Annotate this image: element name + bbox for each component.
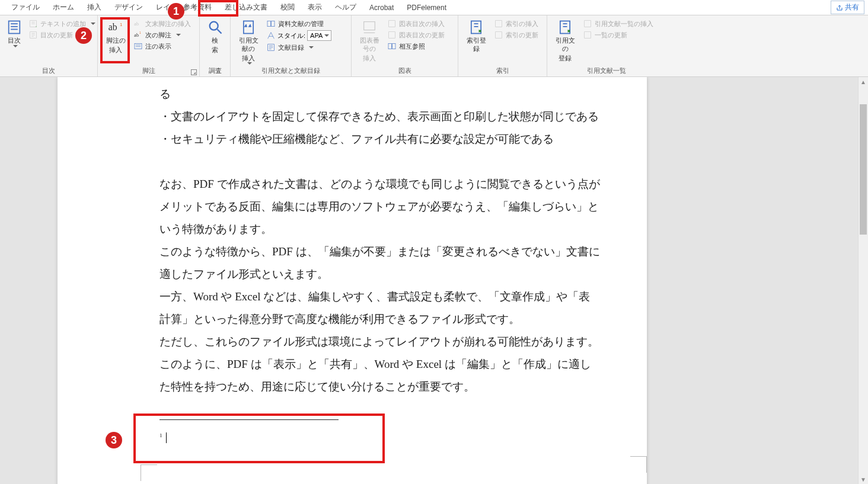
- tab-insert[interactable]: 挿入: [81, 0, 108, 15]
- footnotes-dialog-launcher[interactable]: [191, 69, 197, 75]
- mark-index-icon: [468, 19, 484, 36]
- vertical-scrollbar[interactable]: ▲ ▼: [858, 77, 868, 484]
- update-index-icon: [494, 30, 503, 40]
- insert-table-figures-button[interactable]: 図表目次の挿入: [387, 19, 445, 28]
- show-notes-label: 注の表示: [145, 42, 171, 51]
- style-select[interactable]: APA: [307, 30, 331, 41]
- group-index-label: 索引: [462, 66, 543, 76]
- annotation-num-2: 2: [75, 27, 92, 44]
- tab-review[interactable]: 校閲: [274, 0, 301, 15]
- svg-rect-25: [389, 21, 395, 27]
- svg-rect-16: [244, 21, 253, 34]
- group-toc-label: 目次: [4, 66, 94, 76]
- scroll-thumb[interactable]: [860, 104, 867, 235]
- update-toa-button[interactable]: 一覧の更新: [583, 30, 653, 40]
- insert-index-label: 索引の挿入: [506, 20, 538, 28]
- toc-button[interactable]: 目次: [4, 17, 25, 47]
- update-toa-label: 一覧の更新: [595, 31, 627, 40]
- next-footnote-label: 次の脚注: [145, 31, 171, 40]
- group-research: 検 索 調査: [200, 15, 231, 76]
- update-toa-icon: [583, 30, 592, 40]
- line: ただし、これらのファイル形式は環境によってレイアウトが崩れる可能性があります。: [159, 331, 601, 353]
- group-index: 索引登録 索引の挿入 索引の更新 索引: [458, 15, 547, 76]
- group-authorities-label: 引用文献一覧: [551, 66, 662, 76]
- mark-citation-button[interactable]: 引用文の 登録: [551, 17, 579, 62]
- insert-endnote-label: 文末脚注の挿入: [145, 20, 191, 28]
- search-label1: 検: [212, 37, 218, 45]
- tab-design[interactable]: デザイン: [108, 0, 149, 15]
- manage-sources-button[interactable]: 資料文献の管理: [266, 19, 331, 28]
- insert-caption-icon: [361, 19, 378, 36]
- tab-acrobat[interactable]: Acrobat: [363, 1, 400, 14]
- line: 一方、Word や Excel などは、編集しやすく、書式設定も柔軟で、「文章作…: [159, 286, 601, 331]
- page[interactable]: る ・文書のレイアウトを固定して保存できるため、表示画面と印刷した状態が同じであ…: [58, 77, 647, 484]
- search-icon: [207, 19, 224, 36]
- show-notes-button[interactable]: 注の表示: [133, 41, 191, 51]
- svg-rect-28: [392, 43, 395, 49]
- scroll-down-button[interactable]: ▼: [859, 475, 868, 484]
- footnote-number: 1: [159, 432, 162, 438]
- next-footnote-button[interactable]: ab1 次の脚注: [133, 30, 191, 40]
- update-table-figures-button[interactable]: 図表目次の更新: [387, 30, 445, 40]
- insert-citation-label1: 引用文献の: [237, 37, 260, 53]
- ribbon: 目次 テキストの追加 目次の更新 目次 ab1 脚注の 挿入: [0, 15, 868, 77]
- group-footnotes: ab1 脚注の 挿入 ab 文末脚注の挿入 ab1 次の脚注 注の表示: [98, 15, 200, 76]
- insert-caption-label1: 図表番号の: [358, 37, 381, 53]
- insert-citation-label2: 挿入: [242, 55, 255, 63]
- insert-citation-icon: [240, 19, 257, 36]
- line: このような特徴から、PDF は、「編集が不要」または「変更されるべきでない」文書…: [159, 241, 601, 286]
- tab-file[interactable]: ファイル: [5, 0, 46, 15]
- tab-home[interactable]: ホーム: [46, 0, 81, 15]
- search-button[interactable]: 検 索: [203, 17, 226, 55]
- svg-rect-18: [272, 21, 275, 26]
- svg-rect-17: [267, 21, 270, 26]
- insert-endnote-button[interactable]: ab 文末脚注の挿入: [133, 19, 191, 28]
- line: ・文書のレイアウトを固定して保存できるため、表示画面と印刷した状態が同じである: [159, 105, 601, 128]
- tab-view[interactable]: 表示: [301, 0, 328, 15]
- insert-footnote-icon: ab1: [107, 19, 124, 36]
- group-captions-label: 図表: [355, 66, 454, 76]
- toc-icon: [6, 19, 23, 36]
- manage-sources-label: 資料文献の管理: [278, 20, 324, 28]
- cross-reference-button[interactable]: 相互参照: [387, 41, 445, 51]
- update-toc-icon: [28, 30, 38, 40]
- group-citations-label: 引用文献と文献目録: [234, 66, 347, 76]
- footnote-area[interactable]: 1: [159, 432, 167, 443]
- group-toc: 目次 テキストの追加 目次の更新 目次: [0, 15, 98, 76]
- insert-endnote-icon: ab: [133, 19, 143, 28]
- insert-index-button[interactable]: 索引の挿入: [494, 19, 538, 28]
- update-toc-label: 目次の更新: [40, 31, 73, 40]
- bibliography-label: 文献目録: [278, 43, 304, 52]
- svg-text:1: 1: [120, 22, 122, 27]
- body-text[interactable]: る ・文書のレイアウトを固定して保存できるため、表示画面と印刷した状態が同じであ…: [159, 83, 601, 398]
- document-area: る ・文書のレイアウトを固定して保存できるため、表示画面と印刷した状態が同じであ…: [0, 77, 868, 484]
- insert-citation-button[interactable]: 引用文献の 挿入: [234, 17, 263, 65]
- share-button[interactable]: 共有: [831, 1, 864, 14]
- annotation-num-1: 1: [168, 3, 184, 20]
- mark-index-entry-button[interactable]: 索引登録: [462, 17, 490, 53]
- svg-rect-23: [364, 22, 375, 30]
- svg-text:ab: ab: [108, 22, 117, 32]
- tab-mailings[interactable]: 差し込み文書: [218, 0, 274, 15]
- insert-footnote-button[interactable]: ab1 脚注の 挿入: [101, 17, 130, 55]
- tab-pdfelement[interactable]: PDFelement: [400, 1, 453, 14]
- group-footnotes-label: 脚注: [101, 66, 196, 76]
- insert-toa-label: 引用文献一覧の挿入: [595, 20, 653, 28]
- bibliography-button[interactable]: 文献目録: [266, 43, 331, 52]
- insert-caption-button[interactable]: 図表番号の 挿入: [355, 17, 384, 62]
- group-authorities: 引用文の 登録 引用文献一覧の挿入 一覧の更新 引用文献一覧: [547, 15, 666, 76]
- svg-rect-11: [135, 43, 142, 49]
- tab-help[interactable]: ヘルプ: [328, 0, 363, 15]
- insert-toa-button[interactable]: 引用文献一覧の挿入: [583, 19, 653, 28]
- svg-rect-26: [389, 32, 395, 39]
- manage-sources-icon: [266, 19, 276, 28]
- update-tof-label: 図表目次の更新: [399, 31, 445, 40]
- update-index-button[interactable]: 索引の更新: [494, 30, 538, 40]
- scroll-up-button[interactable]: ▲: [859, 77, 868, 86]
- style-row: スタイル: APA: [266, 30, 331, 41]
- group-captions: 図表番号の 挿入 図表目次の挿入 図表目次の更新 相互参照 図表: [352, 15, 458, 76]
- mark-citation-label2: 登録: [559, 55, 572, 63]
- insert-tof-label: 図表目次の挿入: [399, 20, 445, 28]
- insert-footnote-label2: 挿入: [109, 46, 122, 55]
- group-citations: 引用文献の 挿入 資料文献の管理 スタイル: APA 文献目録 引用文: [231, 15, 352, 76]
